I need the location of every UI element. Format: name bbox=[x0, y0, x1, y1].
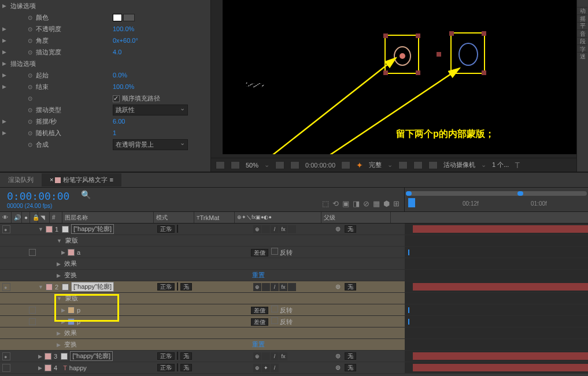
name-col[interactable]: 图层名称 bbox=[62, 212, 154, 223]
visibility-toggle[interactable] bbox=[2, 364, 10, 372]
twirl-icon[interactable]: ▶ bbox=[61, 250, 65, 255]
current-time[interactable]: 0:00:00:00 bbox=[7, 190, 69, 202]
color-mgmt-icon[interactable]: ✦ bbox=[356, 161, 363, 170]
solo-col-icon[interactable]: ● bbox=[22, 212, 30, 223]
reset-link[interactable]: 重置 bbox=[252, 340, 265, 349]
prop-composite[interactable]: ⊙合成在透明背景上 bbox=[0, 139, 210, 150]
dropdown[interactable]: 在透明背景上 bbox=[113, 139, 188, 150]
snap-icon[interactable]: ⊞ bbox=[393, 199, 400, 208]
mask-toggle[interactable] bbox=[29, 249, 36, 256]
transform-row-2[interactable]: ▶变换重置 bbox=[0, 339, 588, 351]
eye-icon[interactable] bbox=[398, 161, 408, 169]
stopwatch-icon[interactable]: ⊙ bbox=[28, 95, 32, 102]
frame-blend-icon[interactable]: ◨ bbox=[353, 199, 360, 208]
switches-col[interactable]: ⊕✦＼fx▣●◐● bbox=[235, 212, 321, 223]
shy-icon[interactable]: ⟲ bbox=[332, 199, 339, 208]
prop-angle[interactable]: ▶⊙角度0x+60.0° bbox=[0, 35, 210, 46]
prop-edge-options[interactable]: ▶边缘选项 bbox=[0, 0, 210, 12]
label-color[interactable] bbox=[45, 353, 51, 360]
twirl-icon[interactable]: ▶ bbox=[57, 273, 61, 278]
prop-wiggle-sec[interactable]: ▶⊙摇摆/秒6.00 bbox=[0, 116, 210, 127]
search-icon[interactable]: 🔍 bbox=[81, 190, 91, 199]
twirl-icon[interactable]: ▼ bbox=[57, 238, 62, 244]
layer-name[interactable]: ["happy"轮廓] bbox=[70, 351, 113, 361]
rside-2[interactable]: 平 bbox=[577, 15, 587, 23]
visibility-toggle[interactable] bbox=[2, 283, 10, 291]
stopwatch-icon[interactable]: ⊙ bbox=[28, 130, 32, 136]
trkmat-box[interactable] bbox=[177, 225, 178, 233]
mode-dropdown[interactable]: 正常 bbox=[157, 352, 175, 360]
trkmat-dropdown[interactable]: 无 bbox=[180, 364, 192, 371]
time-display[interactable]: 0:00:00:00 bbox=[305, 162, 335, 169]
mask-row-a[interactable]: ▶a差值 反转 bbox=[0, 247, 588, 258]
prop-random-seed[interactable]: ▶⊙随机植入1 bbox=[0, 127, 210, 139]
stopwatch-icon[interactable]: ⊙ bbox=[28, 142, 32, 148]
layer-name[interactable]: ["happy"轮廓] bbox=[71, 224, 114, 234]
effects-row[interactable]: ▶效果 bbox=[0, 258, 588, 270]
label-color[interactable] bbox=[46, 226, 53, 233]
mask-mode-dropdown[interactable]: 差值 bbox=[251, 307, 268, 314]
trkmat-box[interactable] bbox=[177, 282, 178, 291]
parent-dropdown[interactable]: 无 bbox=[345, 364, 356, 371]
dropdown[interactable]: 跳跃性 bbox=[113, 105, 188, 116]
layer-name[interactable]: happy bbox=[69, 364, 87, 371]
brain-icon[interactable]: ⬢ bbox=[383, 199, 390, 208]
camera-dropdown[interactable]: 活动摄像机 bbox=[443, 161, 475, 169]
trkmat-dropdown[interactable]: 无 bbox=[180, 352, 192, 360]
layer-icon[interactable]: ▣ bbox=[342, 199, 349, 208]
layer-row-2[interactable]: ▼ 2 ["happy"轮廓] 正常无 ⊕/fx ⊚ 无 bbox=[0, 281, 588, 293]
twirl-icon[interactable]: ▶ bbox=[57, 261, 61, 267]
invert-checkbox[interactable] bbox=[271, 306, 278, 312]
prop-stroke-options[interactable]: ▶描边选项 bbox=[0, 58, 210, 69]
views-dropdown[interactable]: 1 个... bbox=[492, 161, 509, 169]
comp-mini-icon[interactable]: ⬚ bbox=[322, 199, 329, 208]
stopwatch-icon[interactable]: ⊙ bbox=[28, 72, 32, 79]
canvas[interactable]: happy 留下两个p的内部蒙版； bbox=[223, 0, 576, 154]
reset-link[interactable]: 重置 bbox=[252, 271, 265, 280]
layer-name[interactable]: ["happy"轮廓] bbox=[71, 282, 114, 292]
trkmat-dropdown[interactable]: 无 bbox=[180, 283, 192, 291]
stopwatch-icon[interactable]: ⊙ bbox=[28, 38, 32, 44]
prop-opacity[interactable]: ▶⊙不透明度100.0% bbox=[0, 23, 210, 35]
playhead[interactable] bbox=[408, 198, 415, 207]
zoom-dropdown[interactable]: 50% bbox=[246, 162, 258, 169]
label-color[interactable] bbox=[45, 364, 51, 371]
num-col[interactable]: # bbox=[50, 212, 62, 223]
prop-start[interactable]: ▶⊙起始0.0% bbox=[0, 69, 210, 81]
mask-mode-dropdown[interactable]: 差值 bbox=[251, 318, 268, 326]
prop-stroke-width[interactable]: ▶⊙描边宽度4.0 bbox=[0, 46, 210, 58]
rside-5[interactable]: 字 bbox=[577, 38, 587, 45]
lock-col-icon[interactable]: 🔒 bbox=[30, 212, 38, 223]
rside-6[interactable]: 迷 bbox=[577, 45, 587, 53]
label-col[interactable]: ◥ bbox=[38, 212, 50, 223]
alpha-icon[interactable] bbox=[428, 161, 438, 169]
stopwatch-icon[interactable]: ⊙ bbox=[28, 14, 32, 21]
visibility-toggle[interactable] bbox=[2, 225, 10, 233]
roi-icon[interactable] bbox=[413, 161, 423, 169]
mask-color[interactable] bbox=[68, 249, 75, 256]
invert-checkbox[interactable] bbox=[271, 248, 278, 255]
twirl-icon[interactable]: ▶ bbox=[38, 353, 42, 359]
graph-icon[interactable]: ▦ bbox=[373, 199, 380, 208]
label-color[interactable] bbox=[46, 284, 53, 291]
audio-col-icon[interactable]: 🔊 bbox=[12, 212, 22, 223]
twirl-icon[interactable]: ▶ bbox=[38, 365, 42, 371]
twirl-icon[interactable]: ▶ bbox=[57, 330, 61, 336]
twirl-icon[interactable]: ▼ bbox=[38, 284, 43, 290]
ruler-icon[interactable] bbox=[275, 161, 284, 169]
stopwatch-icon[interactable]: ⊙ bbox=[28, 118, 32, 125]
mode-col[interactable]: 模式 bbox=[154, 212, 194, 223]
tab-render-queue[interactable]: 渲染队列 bbox=[0, 173, 42, 187]
text-tool-icon[interactable]: T bbox=[515, 161, 520, 170]
rside-0[interactable]: 动 bbox=[577, 0, 587, 8]
rside-3[interactable]: 音 bbox=[577, 23, 587, 30]
mask-icon[interactable] bbox=[290, 161, 299, 169]
grid-icon[interactable] bbox=[216, 161, 225, 169]
parent-dropdown[interactable]: 无 bbox=[345, 352, 356, 360]
visibility-toggle[interactable] bbox=[2, 352, 10, 360]
stopwatch-icon[interactable]: ⊙ bbox=[28, 84, 32, 90]
stopwatch-icon[interactable]: ⊙ bbox=[28, 107, 32, 113]
prop-fill-path[interactable]: ⊙顺序填充路径 bbox=[0, 92, 210, 104]
checkbox[interactable] bbox=[113, 95, 120, 102]
rside-4[interactable]: 段 bbox=[577, 30, 587, 38]
